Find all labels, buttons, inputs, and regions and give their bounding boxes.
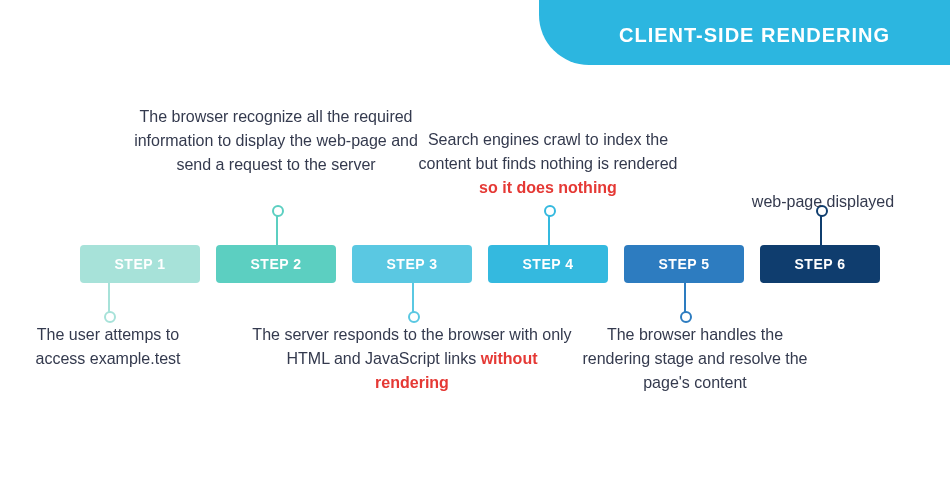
connector-3	[412, 283, 414, 313]
step-3: STEP 3	[352, 245, 472, 283]
desc-6: web-page displayed	[738, 190, 908, 214]
connector-1	[108, 283, 110, 313]
desc-2: The browser recognize all the required i…	[126, 105, 426, 177]
desc-4-text: Search engines crawl to index the conten…	[419, 131, 678, 172]
desc-5: The browser handles the rendering stage …	[580, 323, 810, 395]
step-1: STEP 1	[80, 245, 200, 283]
connector-5	[684, 283, 686, 313]
connector-4	[548, 215, 550, 245]
step-5: STEP 5	[624, 245, 744, 283]
step-6: STEP 6	[760, 245, 880, 283]
desc-1: The user attemps to access example.test	[18, 323, 198, 371]
connector-6	[820, 215, 822, 245]
step-2: STEP 2	[216, 245, 336, 283]
desc-4: Search engines crawl to index the conten…	[418, 128, 678, 200]
step-4: STEP 4	[488, 245, 608, 283]
desc-4-highlight: so it does nothing	[479, 179, 617, 196]
desc-3: The server responds to the browser with …	[252, 323, 572, 395]
step-row: STEP 1 STEP 2 STEP 3 STEP 4 STEP 5 STEP …	[80, 245, 880, 283]
connector-2	[276, 215, 278, 245]
page-title: CLIENT-SIDE RENDERING	[539, 0, 950, 65]
